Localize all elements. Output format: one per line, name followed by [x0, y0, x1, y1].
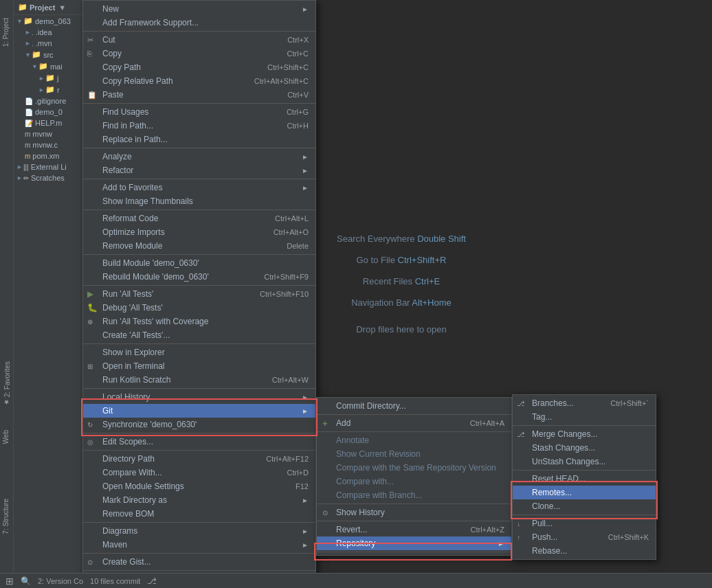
menu-item-dir-path[interactable]: Directory Path Ctrl+Alt+F12: [83, 452, 315, 466]
menu-item-replace-in-path[interactable]: Replace in Path...: [83, 133, 315, 146]
git-show-history[interactable]: ⊙ Show History: [317, 506, 511, 519]
windows-start-icon[interactable]: ⊞: [5, 576, 14, 587]
favorites-tab[interactable]: ★ 2: Favorites: [0, 357, 14, 410]
menu-item-synchronize[interactable]: ↻ Synchronize 'demo_0630': [83, 418, 315, 431]
tree-item-mvnw[interactable]: m mvnw: [14, 128, 90, 139]
tree-item-pom[interactable]: m pom.xm: [14, 150, 90, 161]
terminal-icon: ⊞: [87, 363, 93, 370]
structure-tab[interactable]: 7: Structure: [0, 495, 14, 539]
repo-clone[interactable]: Clone...: [513, 499, 656, 513]
folder-icon: 📁: [18, 3, 27, 12]
tree-item-gitignore[interactable]: 📄 .gitignore: [14, 95, 90, 106]
menu-item-build[interactable]: Build Module 'demo_0630': [83, 256, 315, 270]
menu-item-compare[interactable]: Compare With... Ctrl+D: [83, 466, 315, 479]
web-tab[interactable]: Web: [0, 426, 14, 448]
repo-rebase[interactable]: Rebase...: [513, 544, 656, 558]
menu-item-show-thumbnails[interactable]: Show Image Thumbnails: [83, 194, 315, 208]
menu-item-edit-scopes[interactable]: ◎ Edit Scopes...: [83, 435, 315, 449]
local-history-arrow: ►: [302, 394, 309, 401]
history-icon: ⊙: [322, 509, 328, 517]
git-revert[interactable]: Revert... Ctrl+Alt+Z: [317, 523, 511, 536]
hint-navbar: Navigation Bar Alt+Home: [351, 297, 452, 308]
repo-arrow: ►: [498, 540, 504, 547]
git-add[interactable]: + Add Ctrl+Alt+A: [317, 416, 511, 430]
menu-item-run-coverage[interactable]: ⊕ Run 'All Tests' with Coverage: [83, 315, 315, 328]
menu-item-create-tests[interactable]: Create 'All Tests'...: [83, 328, 315, 342]
repo-reset-head[interactable]: Reset HEAD...: [513, 472, 656, 486]
menu-item-module-settings[interactable]: Open Module Settings F12: [83, 479, 315, 493]
git-repository[interactable]: Repository ►: [317, 536, 511, 550]
coverage-icon: ⊕: [87, 318, 93, 326]
tree-item-mai[interactable]: ▼ 📁 mai: [14, 60, 90, 72]
cut-icon: ✂: [87, 36, 93, 45]
tree-item-external[interactable]: ► ||| External Li: [14, 161, 90, 172]
hint-goto: Go to File Ctrl+Shift+R: [357, 255, 447, 265]
menu-item-rebuild[interactable]: Rebuild Module 'demo_0630' Ctrl+Shift+F9: [83, 270, 315, 284]
menu-item-refactor[interactable]: Refactor ►: [83, 163, 315, 177]
menu-item-new[interactable]: New ►: [83, 2, 315, 16]
refactor-arrow: ►: [302, 167, 309, 174]
menu-item-create-gist[interactable]: ⊙ Create Gist...: [83, 555, 315, 569]
project-tab[interactable]: 1: Project: [0, 14, 14, 51]
menu-item-find-in-path[interactable]: Find in Path... Ctrl+H: [83, 119, 315, 133]
git-commit-dir[interactable]: Commit Directory...: [317, 399, 511, 413]
repo-pull[interactable]: ↓ Pull...: [513, 517, 656, 530]
menu-item-run-tests[interactable]: ▶ Run 'All Tests' Ctrl+Shift+F10: [83, 287, 315, 301]
menu-item-add-framework[interactable]: Add Framework Support...: [83, 16, 315, 30]
tree-item-idea[interactable]: ► . .idea: [14, 27, 90, 38]
tree-item-src[interactable]: ▼ 📁 src: [14, 49, 90, 60]
analyze-arrow: ►: [302, 153, 309, 161]
repo-tag[interactable]: Tag...: [513, 410, 656, 424]
status-bar: ⊞ 🔍 2: Version Co 10 files commit ⎇: [0, 573, 712, 588]
search-taskbar-icon[interactable]: 🔍: [21, 576, 31, 586]
context-menu: New ► Add Framework Support... ✂ Cut Ctr…: [82, 0, 316, 588]
menu-item-mark-dir[interactable]: Mark Directory as ►: [83, 493, 315, 507]
menu-item-debug-tests[interactable]: 🐛 Debug 'All Tests': [83, 301, 315, 315]
menu-item-run-kotlin[interactable]: Run Kotlin Scratch Ctrl+Alt+W: [83, 373, 315, 387]
tree-item-demo-file[interactable]: 📄 demo_0: [14, 106, 90, 117]
menu-item-local-history[interactable]: Local History ►: [83, 390, 315, 404]
tree-item-mvnwc[interactable]: m mvnw.c: [14, 139, 90, 150]
menu-item-analyze[interactable]: Analyze ►: [83, 150, 315, 163]
menu-item-copy-path[interactable]: Copy Path Ctrl+Shift+C: [83, 60, 315, 74]
repo-remotes[interactable]: Remotes...: [513, 486, 656, 499]
tree-item-demo063[interactable]: ▼ 📁 demo_063: [14, 15, 90, 27]
menu-item-reformat[interactable]: Reformat Code Ctrl+Alt+L: [83, 212, 315, 225]
tree-item-j[interactable]: ► 📁 j: [14, 72, 90, 84]
menu-item-copy-relative[interactable]: Copy Relative Path Ctrl+Alt+Shift+C: [83, 74, 315, 88]
project-dropdown-icon[interactable]: ▼: [58, 3, 66, 12]
repo-merge[interactable]: ⎇ Merge Changes...: [513, 427, 656, 441]
project-panel-header: 📁 Project ▼: [14, 0, 90, 15]
new-label: New: [102, 4, 119, 14]
repo-push[interactable]: ↑ Push... Ctrl+Shift+K: [513, 530, 656, 544]
menu-item-git[interactable]: Git ►: [83, 404, 315, 418]
push-icon: ↑: [517, 534, 520, 541]
tree-item-r[interactable]: ► 📁 r: [14, 84, 90, 95]
menu-item-diagrams[interactable]: Diagrams ►: [83, 524, 315, 538]
repo-unstash[interactable]: UnStash Changes...: [513, 455, 656, 468]
tree-item-help[interactable]: 📝 HELP.m: [14, 117, 90, 128]
menu-item-remove-bom[interactable]: Remove BOM: [83, 507, 315, 521]
project-panel: 📁 Project ▼ ▼ 📁 demo_063 ► . .idea ► . .…: [14, 0, 91, 573]
menu-item-find-usages[interactable]: Find Usages Ctrl+G: [83, 105, 315, 119]
menu-item-maven[interactable]: Maven ►: [83, 538, 315, 552]
hint-drop: Drop files here to open: [356, 324, 447, 335]
git-branch-icon: ⎇: [147, 576, 157, 586]
menu-item-open-terminal[interactable]: ⊞ Open in Terminal: [83, 359, 315, 373]
menu-item-cut[interactable]: ✂ Cut Ctrl+X: [83, 33, 315, 47]
debug-icon: 🐛: [87, 303, 98, 313]
repo-branches[interactable]: ⎇ Branches... Ctrl+Shift+`: [513, 396, 656, 410]
version-control-label[interactable]: 2: Version Co: [38, 577, 83, 585]
menu-item-optimize[interactable]: Optimize Imports Ctrl+Alt+O: [83, 225, 315, 239]
menu-item-show-explorer[interactable]: Show in Explorer: [83, 346, 315, 359]
tree-item-mvn[interactable]: ► . .mvn: [14, 38, 90, 49]
menu-item-copy[interactable]: ⎘ Copy Ctrl+C: [83, 47, 315, 60]
maven-arrow: ►: [302, 541, 309, 549]
menu-item-remove-module[interactable]: Remove Module Delete: [83, 239, 315, 253]
git-compare-branch: Compare with Branch...: [317, 488, 511, 502]
menu-item-paste[interactable]: 📋 Paste Ctrl+V: [83, 88, 315, 102]
tree-item-scratches[interactable]: ► ✏ Scratches: [14, 172, 90, 183]
menu-item-add-favorites[interactable]: Add to Favorites ►: [83, 181, 315, 194]
mark-arrow: ►: [302, 497, 309, 504]
repo-stash[interactable]: Stash Changes...: [513, 441, 656, 455]
